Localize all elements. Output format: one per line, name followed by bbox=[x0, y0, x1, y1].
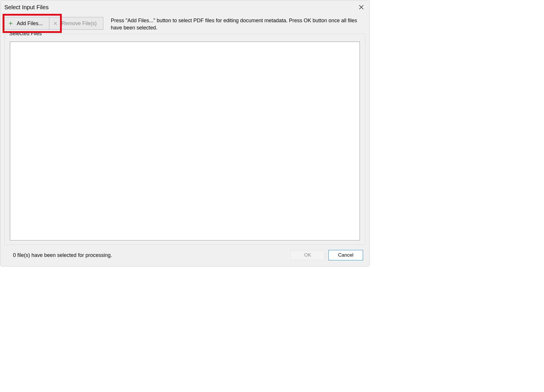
remove-icon bbox=[53, 21, 57, 25]
instruction-text: Press "Add Files..." button to select PD… bbox=[103, 17, 365, 31]
file-action-buttons: Add Files... Remove File(s) bbox=[4, 17, 103, 30]
cancel-button[interactable]: Cancel bbox=[328, 250, 363, 260]
file-list[interactable] bbox=[10, 42, 360, 240]
status-text: 0 file(s) have been selected for process… bbox=[13, 252, 112, 258]
selected-files-group: Selected Files bbox=[4, 34, 365, 245]
bottom-bar: 0 file(s) have been selected for process… bbox=[0, 245, 369, 266]
titlebar: Select Input Files bbox=[0, 0, 369, 14]
dialog-title: Select Input Files bbox=[4, 4, 48, 11]
svg-rect-3 bbox=[9, 23, 12, 24]
close-icon bbox=[359, 5, 364, 10]
add-files-label: Add Files... bbox=[17, 20, 43, 27]
ok-button[interactable]: OK bbox=[290, 250, 325, 260]
close-button[interactable] bbox=[357, 3, 366, 12]
toolbar: Add Files... Remove File(s) Press "Add F… bbox=[0, 14, 369, 34]
dialog-buttons: OK Cancel bbox=[290, 250, 363, 260]
selected-files-label: Selected Files bbox=[8, 31, 43, 37]
remove-files-label: Remove File(s) bbox=[61, 20, 97, 27]
plus-icon bbox=[9, 21, 13, 25]
select-input-files-dialog: Select Input Files Add Files... bbox=[0, 0, 370, 266]
add-files-button[interactable]: Add Files... bbox=[4, 17, 49, 30]
remove-files-button[interactable]: Remove File(s) bbox=[49, 17, 103, 30]
